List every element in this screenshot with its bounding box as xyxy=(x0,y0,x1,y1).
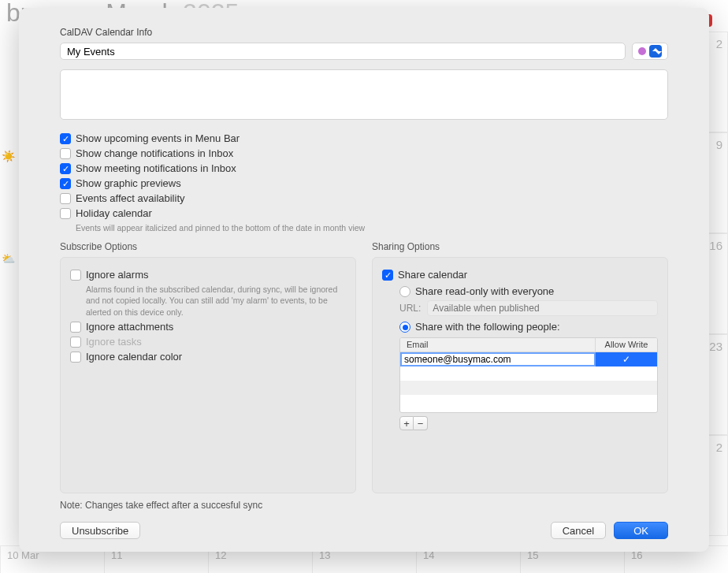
share-table-header-write: Allow Write xyxy=(596,338,657,352)
checkbox-label: Holiday calendar xyxy=(76,207,152,219)
stepper-arrows-icon xyxy=(649,45,662,58)
show-graphic-previews-checkbox[interactable] xyxy=(60,178,71,189)
share-table-row[interactable] xyxy=(400,381,657,395)
unsubscribe-button[interactable]: Unsubscribe xyxy=(60,522,140,539)
ok-button[interactable]: OK xyxy=(614,522,668,539)
add-person-button[interactable]: + xyxy=(399,416,414,430)
share-calendar-checkbox[interactable] xyxy=(382,270,393,281)
subscribe-options-box: Ignore alarms Alarms found in the subscr… xyxy=(60,257,356,493)
holiday-calendar-checkbox[interactable] xyxy=(60,208,71,219)
calendar-info-sheet: CalDAV Calendar Info Show upcoming event… xyxy=(19,8,709,552)
checkbox-label: Ignore calendar color xyxy=(86,351,182,363)
checkbox-label: Ignore tasks xyxy=(86,336,142,348)
ignore-tasks-checkbox xyxy=(70,337,81,348)
calendar-notes-textarea[interactable] xyxy=(60,69,668,120)
checkbox-label: Share calendar xyxy=(398,269,467,281)
share-url-field xyxy=(427,300,658,316)
holiday-hint: Events will appear italicized and pinned… xyxy=(76,222,668,233)
checkbox-label: Ignore attachments xyxy=(86,321,173,333)
remove-person-button[interactable]: − xyxy=(414,416,428,430)
sheet-title: CalDAV Calendar Info xyxy=(60,27,692,38)
show-change-notifications-checkbox[interactable] xyxy=(60,148,71,159)
share-people-table: Email Allow Write ✓ xyxy=(399,337,658,413)
ignore-alarms-checkbox[interactable] xyxy=(70,270,81,281)
share-email-input[interactable] xyxy=(400,352,596,366)
ignore-attachments-checkbox[interactable] xyxy=(70,322,81,333)
radio-label: Share with the following people: xyxy=(415,321,560,333)
show-upcoming-checkbox[interactable] xyxy=(60,133,71,144)
checkbox-label: Show meeting notifications in Inbox xyxy=(76,162,236,174)
share-table-row[interactable]: ✓ xyxy=(400,352,657,366)
ignore-calendar-color-checkbox[interactable] xyxy=(70,352,81,363)
checkbox-label: Show graphic previews xyxy=(76,177,181,189)
color-swatch-icon xyxy=(638,47,646,55)
radio-label: Share read-only with everyone xyxy=(415,285,554,297)
checkbox-label: Show upcoming events in Menu Bar xyxy=(76,132,240,144)
checkbox-label: Show change notifications in Inbox xyxy=(76,147,233,159)
cancel-button[interactable]: Cancel xyxy=(551,522,606,539)
checkbox-label: Events affect availability xyxy=(76,192,185,204)
weather-icon: ☀️ xyxy=(2,150,15,162)
share-table-header-email: Email xyxy=(400,338,596,352)
checkbox-group: Show upcoming events in Menu Bar Show ch… xyxy=(60,129,668,233)
calendar-color-selector[interactable] xyxy=(632,43,668,60)
subscribe-options-label: Subscribe Options xyxy=(60,241,356,252)
events-affect-availability-checkbox[interactable] xyxy=(60,193,71,204)
calendar-name-input[interactable] xyxy=(60,43,626,60)
share-people-radio[interactable] xyxy=(399,322,410,333)
url-label: URL: xyxy=(399,303,421,314)
share-table-row[interactable] xyxy=(400,366,657,381)
show-meeting-notifications-checkbox[interactable] xyxy=(60,163,71,174)
sharing-options-box: Share calendar Share read-only with ever… xyxy=(372,257,668,493)
sync-note: Note: Changes take effect after a succes… xyxy=(60,500,668,511)
allow-write-cell[interactable]: ✓ xyxy=(596,352,657,366)
weather-icon: ⛅ xyxy=(2,252,15,265)
ignore-alarms-hint: Alarms found in the subscribed calendar,… xyxy=(86,284,346,318)
sharing-options-label: Sharing Options xyxy=(372,241,668,252)
share-readonly-radio[interactable] xyxy=(399,286,410,297)
share-table-row[interactable] xyxy=(400,395,657,409)
checkbox-label: Ignore alarms xyxy=(86,269,148,281)
